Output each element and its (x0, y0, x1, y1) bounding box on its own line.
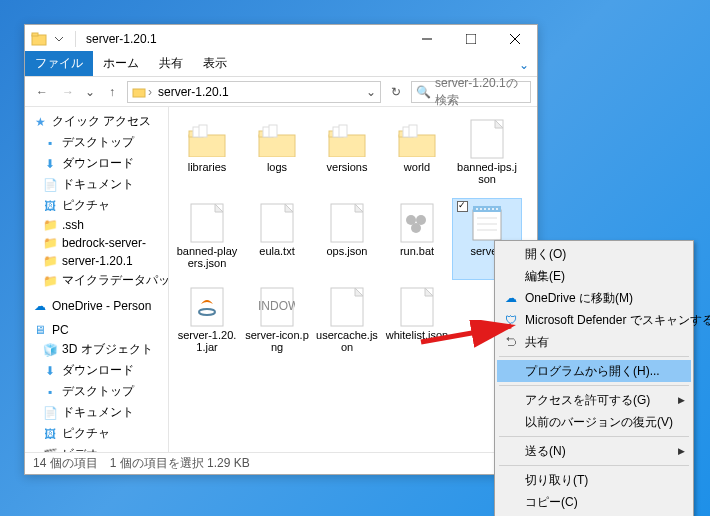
file-item[interactable]: logs (243, 115, 311, 195)
maximize-button[interactable] (449, 25, 493, 53)
help-button[interactable]: ⌄ (511, 54, 537, 76)
folder-icon: 📁 (43, 254, 57, 268)
tab-share[interactable]: 共有 (149, 51, 193, 76)
sidebar-item[interactable]: 📁bedrock-server- (25, 234, 168, 252)
context-menu-item[interactable]: 編集(E) (497, 265, 691, 287)
file-item[interactable]: WINDOWSserver-icon.png (243, 283, 311, 363)
breadcrumb-current[interactable]: server-1.20.1 (154, 85, 233, 99)
window-title: server-1.20.1 (86, 32, 157, 46)
file-label: logs (265, 161, 289, 173)
document-icon: 📄 (43, 178, 57, 192)
folder-icon (394, 119, 440, 159)
menu-label: 編集(E) (525, 268, 565, 285)
minimize-button[interactable] (405, 25, 449, 53)
tab-view[interactable]: 表示 (193, 51, 237, 76)
file-icon (254, 203, 300, 243)
sidebar-item[interactable]: ▪デスクトップ (25, 132, 168, 153)
svg-text:WINDOWS: WINDOWS (259, 299, 295, 313)
sidebar-item[interactable]: 📁server-1.20.1 (25, 252, 168, 270)
tab-file[interactable]: ファイル (25, 51, 93, 76)
submenu-arrow-icon: ▶ (678, 446, 685, 456)
svg-rect-14 (269, 125, 277, 137)
sidebar-quick-access[interactable]: ★ クイック アクセス (25, 111, 168, 132)
context-menu-item[interactable]: プログラムから開く(H)... (497, 360, 691, 382)
picture-icon: 🖼 (43, 199, 57, 213)
statusbar: 14 個の項目 1 個の項目を選択 1.29 KB (25, 452, 537, 474)
sidebar-item[interactable]: ⬇ダウンロード (25, 360, 168, 381)
file-item[interactable]: ops.json (313, 199, 381, 279)
file-item[interactable]: versions (313, 115, 381, 195)
sidebar-item[interactable]: 📁.ssh (25, 216, 168, 234)
menu-label: 共有 (525, 334, 549, 351)
file-item[interactable]: usercache.json (313, 283, 381, 363)
file-item[interactable]: world (383, 115, 451, 195)
file-item[interactable]: libraries (173, 115, 241, 195)
menu-label: 以前のバージョンの復元(V) (525, 414, 673, 431)
sidebar-item[interactable]: 🧊3D オブジェクト (25, 339, 168, 360)
search-icon: 🔍 (416, 85, 431, 99)
up-button[interactable]: ↑ (101, 81, 123, 103)
sidebar-item[interactable]: 📄ドキュメント (25, 174, 168, 195)
svg-rect-46 (191, 288, 223, 326)
titlebar: server-1.20.1 (25, 25, 537, 53)
svg-point-39 (484, 208, 486, 210)
file-label: whitelist.json (384, 329, 450, 341)
file-item[interactable]: eula.txt (243, 199, 311, 279)
context-menu-item[interactable]: ⮌共有 (497, 331, 691, 353)
sidebar-pc[interactable]: 🖥PC (25, 321, 168, 339)
file-item[interactable]: banned-ips.json (453, 115, 521, 195)
download-icon: ⬇ (43, 157, 57, 171)
file-item[interactable]: whitelist.json (383, 283, 451, 363)
file-list[interactable]: librarieslogsversionsworldbanned-ips.jso… (169, 107, 537, 452)
file-item[interactable]: run.bat (383, 199, 451, 279)
back-button[interactable]: ← (31, 81, 53, 103)
address-dropdown-icon[interactable]: ⌄ (366, 85, 376, 99)
sidebar-item[interactable]: 🎬ビデオ (25, 444, 168, 452)
context-menu-item[interactable]: ☁OneDrive に移動(M) (497, 287, 691, 309)
context-menu-item[interactable]: 送る(N)▶ (497, 440, 691, 462)
sidebar-item[interactable]: 🖼ピクチャ (25, 423, 168, 444)
sidebar-item[interactable]: 📄ドキュメント (25, 402, 168, 423)
context-menu-item[interactable]: アクセスを許可する(G)▶ (497, 389, 691, 411)
context-menu-item[interactable]: 開く(O) (497, 243, 691, 265)
file-label: banned-players.json (173, 245, 241, 269)
file-item[interactable]: server-1.20.1.jar (173, 283, 241, 363)
checkbox-icon[interactable] (457, 201, 468, 212)
file-label: ops.json (325, 245, 370, 257)
file-label: banned-ips.json (453, 161, 521, 185)
forward-button[interactable]: → (57, 81, 79, 103)
folder-icon (184, 119, 230, 159)
file-icon (394, 287, 440, 327)
context-menu-item[interactable]: 以前のバージョンの復元(V) (497, 411, 691, 433)
file-label: world (402, 161, 432, 173)
recent-dropdown[interactable]: ⌄ (83, 81, 97, 103)
svg-rect-1 (32, 33, 38, 36)
sidebar-item[interactable]: 📁マイクラデータパッ (25, 270, 168, 291)
file-label: run.bat (398, 245, 436, 257)
sidebar-item[interactable]: ⬇ダウンロード (25, 153, 168, 174)
onedrive-icon: ☁ (503, 290, 519, 306)
sidebar-onedrive[interactable]: ☁OneDrive - Person (25, 297, 168, 315)
address-bar[interactable]: › server-1.20.1 ⌄ (127, 81, 381, 103)
dropdown-icon[interactable] (51, 31, 67, 47)
svg-rect-11 (259, 135, 295, 157)
file-icon (324, 287, 370, 327)
context-menu-item[interactable]: コピー(C) (497, 491, 691, 513)
sidebar-item[interactable]: 🖼ピクチャ (25, 195, 168, 216)
onedrive-icon: ☁ (33, 299, 47, 313)
svg-rect-3 (466, 34, 476, 44)
close-button[interactable] (493, 25, 537, 53)
tab-home[interactable]: ホーム (93, 51, 149, 76)
search-input[interactable]: 🔍 server-1.20.1の検索 (411, 81, 531, 103)
svg-rect-18 (339, 125, 347, 137)
svg-point-41 (492, 208, 494, 210)
share-icon: ⮌ (503, 334, 519, 350)
context-menu-item[interactable]: 🛡Microsoft Defender でスキャンする... (497, 309, 691, 331)
context-menu-item[interactable]: 切り取り(T) (497, 469, 691, 491)
svg-point-37 (476, 208, 478, 210)
file-item[interactable]: banned-players.json (173, 199, 241, 279)
sidebar-item[interactable]: ▪デスクトップ (25, 381, 168, 402)
file-label: usercache.json (313, 329, 381, 353)
refresh-button[interactable]: ↻ (385, 81, 407, 103)
menu-label: 切り取り(T) (525, 472, 588, 489)
